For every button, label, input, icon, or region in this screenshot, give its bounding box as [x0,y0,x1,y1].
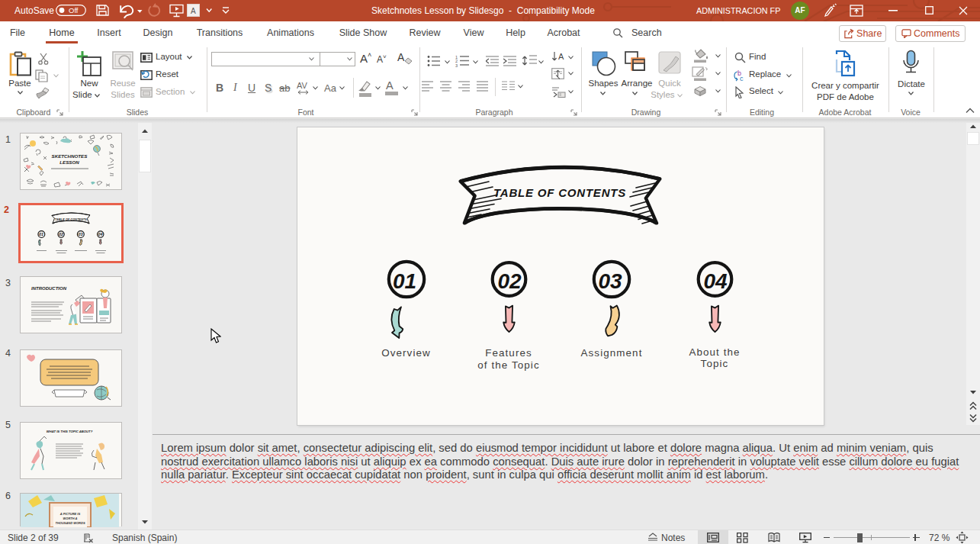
svg-text:TABLE OF CONTENTS: TABLE OF CONTENTS [55,218,87,221]
svg-text:Off: Off [69,6,79,14]
svg-text:3: 3 [455,63,458,68]
svg-text:01: 01 [393,269,416,293]
svg-text:A: A [191,7,196,15]
svg-text:04: 04 [98,232,103,237]
svg-text:c: c [740,75,744,82]
svg-text:About the: About the [689,346,740,358]
svg-text:A: A [558,52,564,61]
svg-text:04: 04 [703,269,728,293]
svg-text:LESSON: LESSON [59,159,79,165]
svg-text:WHAT IS THIS TOPIC ABOUT?: WHAT IS THIS TOPIC ABOUT? [47,430,93,433]
svg-text:Topic: Topic [701,358,729,369]
svg-text:THOUSAND WORDS: THOUSAND WORDS [55,521,85,525]
svg-text:of the Topic: of the Topic [477,359,539,371]
svg-text:02: 02 [59,232,64,237]
svg-text:AV: AV [297,81,308,90]
svg-text:03: 03 [598,269,622,293]
svg-text:A PICTURE IS: A PICTURE IS [59,512,81,516]
svg-text:A: A [397,51,405,63]
svg-text:03: 03 [78,232,83,237]
svg-text:01: 01 [39,232,43,237]
svg-text:INTRODUCTION: INTRODUCTION [31,286,67,291]
svg-text:SKETCHNOTES: SKETCHNOTES [52,153,88,159]
svg-text:Features: Features [485,347,532,359]
svg-text:Assignment: Assignment [581,347,643,359]
svg-text:TABLE OF CONTENTS: TABLE OF CONTENTS [493,186,626,199]
svg-text:Overview: Overview [381,347,431,359]
svg-text:02: 02 [497,269,522,293]
svg-text:WORTH A: WORTH A [63,517,78,520]
